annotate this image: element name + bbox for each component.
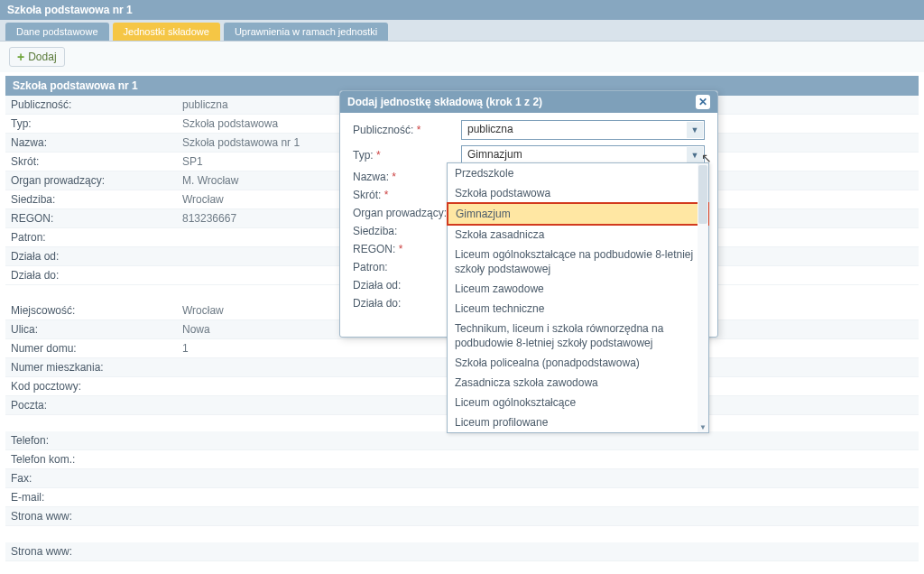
dropdown-item[interactable]: Liceum techniczne <box>448 299 708 319</box>
value-www2 <box>177 549 919 554</box>
tab-uprawnienia[interactable]: Uprawnienia w ramach jednostki <box>224 23 388 41</box>
dlg-label-dziala-do: Działa do: <box>353 297 461 310</box>
dlg-label-dziala-od: Działa od: <box>353 279 461 292</box>
dlg-label-publicznosc: Publiczność: * <box>353 124 461 136</box>
dropdown-item[interactable]: Zasadnicza szkoła zawodowa <box>448 373 708 393</box>
dropdown-item[interactable]: Szkoła zasadnicza <box>448 225 708 245</box>
tab-dane-podstawowe[interactable]: Dane podstawowe <box>5 23 109 41</box>
dlg-label-patron: Patron: <box>353 261 461 273</box>
label-nazwa: Nazwa: <box>5 134 177 152</box>
label-dziala-od: Działa od: <box>5 247 177 265</box>
plus-icon: + <box>17 50 24 64</box>
label-www: Strona www: <box>5 507 177 525</box>
label-www2: Strona www: <box>5 542 177 560</box>
value-www <box>177 514 919 519</box>
dlg-label-regon: REGON: * <box>353 243 461 255</box>
add-button-label: Dodaj <box>28 51 56 63</box>
label-dziala-do: Działa do: <box>5 266 177 284</box>
chevron-down-icon: ▼ <box>687 147 703 163</box>
label-numer-domu: Numer domu: <box>5 339 177 357</box>
dlg-select-publicznosc[interactable]: publiczna <box>461 120 705 140</box>
label-publicznosc: Publiczność: <box>5 96 177 114</box>
dropdown-item[interactable]: Gimnazjum <box>447 202 709 226</box>
dropdown-item[interactable]: Szkoła podstawowa <box>448 183 708 203</box>
dropdown-item[interactable]: Liceum profilowane <box>448 412 708 432</box>
dropdown-item[interactable]: Liceum ogólnokształcące <box>448 393 708 412</box>
label-ulica: Ulica: <box>5 320 177 338</box>
toolbar: + Dodaj <box>0 42 924 72</box>
close-icon: ✕ <box>698 97 707 107</box>
dropdown-item[interactable]: Przedszkole <box>448 163 708 183</box>
label-organ: Organ prowadzący: <box>5 171 177 190</box>
dlg-label-nazwa: Nazwa: * <box>353 171 461 183</box>
dlg-label-organ: Organ prowadzący: * <box>353 207 461 219</box>
tab-bar: Dane podstawowe Jednostki składowe Upraw… <box>0 20 924 42</box>
dropdown-item[interactable]: Liceum zawodowe <box>448 279 708 299</box>
chevron-down-icon: ▼ <box>687 122 703 138</box>
dropdown-item[interactable]: Liceum ogólnokształcące na podbudowie 8-… <box>448 245 708 279</box>
value-fax <box>177 476 919 481</box>
add-button[interactable]: + Dodaj <box>9 47 65 67</box>
dropdown-scrollbar[interactable]: ▼ <box>698 163 708 432</box>
tab-jednostki-skladowe[interactable]: Jednostki składowe <box>113 23 220 41</box>
label-regon: REGON: <box>5 209 177 227</box>
value-telefon-kom <box>177 457 919 462</box>
dropdown-item[interactable]: Technikum, liceum i szkoła równorzędna n… <box>448 319 708 353</box>
label-email: E-mail: <box>5 488 177 506</box>
dlg-label-skrot: Skrót: * <box>353 189 461 201</box>
dialog-title-bar: Dodaj jednostkę składową (krok 1 z 2) ✕ <box>340 91 717 113</box>
label-telefon: Telefon: <box>5 431 177 449</box>
value-telefon <box>177 438 919 443</box>
label-fax: Fax: <box>5 469 177 487</box>
label-miejscowosc: Miejscowość: <box>5 301 177 319</box>
label-patron: Patron: <box>5 228 177 246</box>
dropdown-item[interactable]: Szkoła policealna (ponadpodstawowa) <box>448 353 708 373</box>
dialog-title-text: Dodaj jednostkę składową (krok 1 z 2) <box>347 96 542 108</box>
label-telefon-kom: Telefon kom.: <box>5 450 177 468</box>
value-email <box>177 495 919 500</box>
dropdown-typ[interactable]: PrzedszkoleSzkoła podstawowaGimnazjumSzk… <box>447 162 709 433</box>
chevron-down-icon: ▼ <box>698 421 708 432</box>
label-skrot: Skrót: <box>5 153 177 171</box>
dlg-label-siedziba: Siedziba: <box>353 225 461 237</box>
dialog-close-button[interactable]: ✕ <box>696 95 710 109</box>
scrollbar-thumb[interactable] <box>698 165 707 224</box>
label-siedziba: Siedziba: <box>5 190 177 208</box>
dlg-label-typ: Typ: * <box>353 149 461 162</box>
label-kod: Kod pocztowy: <box>5 377 177 395</box>
label-typ: Typ: <box>5 115 177 133</box>
label-numer-mieszkania: Numer mieszkania: <box>5 358 177 376</box>
label-poczta: Poczta: <box>5 396 177 414</box>
page-title: Szkoła podstawowa nr 1 <box>0 0 924 20</box>
